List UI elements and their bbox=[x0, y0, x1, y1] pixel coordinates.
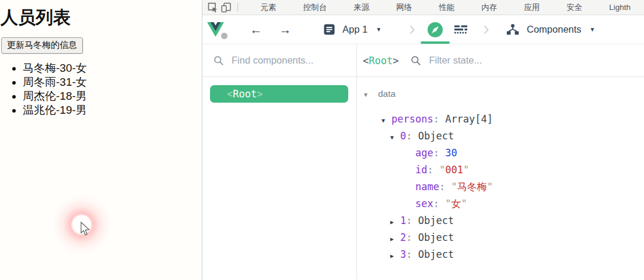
separator: : bbox=[406, 249, 418, 260]
data-section-header[interactable]: ▼data bbox=[357, 85, 644, 102]
vue-logo bbox=[207, 22, 225, 37]
update-person-button[interactable]: 更新马冬梅的信息 bbox=[1, 37, 83, 54]
state-key: persons bbox=[391, 113, 433, 125]
component-root-node[interactable]: <Root> bbox=[210, 85, 348, 103]
quote: " bbox=[451, 181, 457, 192]
quote: " bbox=[461, 198, 467, 209]
state-row-age[interactable]: age: 30 bbox=[357, 145, 644, 162]
state-pane: ▼data ▼persons: Array[4]▼0: Objectage: 3… bbox=[357, 77, 644, 279]
state-value: Array[4] bbox=[445, 113, 493, 125]
expander-expand-icon[interactable]: ▶ bbox=[390, 214, 398, 230]
compass-icon bbox=[428, 22, 443, 37]
device-toolbar-icon[interactable] bbox=[219, 1, 232, 15]
state-row-persons[interactable]: ▼persons: Array[4] bbox=[357, 111, 644, 128]
state-key: sex bbox=[415, 198, 433, 209]
state-key: 1 bbox=[400, 215, 406, 226]
devtools-tab-1[interactable]: 控制台 bbox=[290, 0, 341, 15]
bracket: < bbox=[227, 88, 233, 100]
state-row-0[interactable]: ▼0: Object bbox=[357, 128, 644, 145]
component-tree-pane: <Root> bbox=[202, 77, 357, 279]
components-search bbox=[202, 44, 357, 76]
devtools-tab-7[interactable]: 安全 bbox=[553, 0, 596, 15]
state-row-name[interactable]: name: "马冬梅" bbox=[357, 178, 644, 195]
search-row: <Root> bbox=[202, 44, 644, 77]
devtools-tab-6[interactable]: 应用 bbox=[510, 0, 553, 15]
state-filter-bar: <Root> bbox=[357, 44, 644, 76]
person-list-item: 温兆伦-19-男 bbox=[23, 103, 202, 117]
devtools-tab-8[interactable]: Lighth bbox=[596, 0, 644, 15]
timeline-icon bbox=[454, 25, 467, 34]
person-list: 马冬梅-30-女周冬雨-31-女周杰伦-18-男温兆伦-19-男 bbox=[0, 61, 202, 117]
state-key: 0 bbox=[400, 130, 406, 142]
inspector-content: <Root> ▼data ▼persons: Array[4]▼0: Objec… bbox=[202, 77, 644, 279]
quote: " bbox=[445, 198, 451, 209]
devtools-tab-5[interactable]: 内存 bbox=[468, 0, 510, 15]
state-key: id bbox=[415, 164, 427, 176]
quote: " bbox=[463, 164, 469, 176]
person-list-item: 周冬雨-31-女 bbox=[23, 75, 202, 89]
app-document-icon bbox=[324, 24, 335, 35]
separator bbox=[237, 3, 238, 12]
quote: " bbox=[439, 164, 445, 176]
inspector-selector[interactable]: Components ▼ bbox=[506, 24, 595, 35]
state-row-2[interactable]: ▶2: Object bbox=[357, 229, 644, 246]
state-value: 女 bbox=[451, 198, 461, 209]
chevron-down-icon: ▼ bbox=[376, 26, 382, 33]
back-arrow-button[interactable]: ← bbox=[249, 23, 263, 37]
app-page: 人员列表 更新马冬梅的信息 马冬梅-30-女周冬雨-31-女周杰伦-18-男温兆… bbox=[0, 0, 202, 280]
bracket: > bbox=[393, 55, 398, 66]
devtools-tab-0[interactable]: 元素 bbox=[247, 0, 290, 15]
state-key: 2 bbox=[400, 232, 406, 243]
state-row-1[interactable]: ▶1: Object bbox=[357, 212, 644, 229]
expander-collapse-icon[interactable]: ▼ bbox=[390, 129, 398, 146]
vue-status-badge bbox=[221, 33, 228, 39]
search-icon bbox=[411, 55, 421, 66]
data-section-label: data bbox=[378, 89, 396, 99]
app-selector-label: App 1 bbox=[342, 24, 368, 35]
vue-devtools-toolbar: ← → App 1 ▼ bbox=[202, 15, 644, 44]
state-key: 3 bbox=[400, 249, 406, 260]
forward-arrow-button[interactable]: → bbox=[278, 23, 292, 37]
devtools-tab-4[interactable]: 性能 bbox=[425, 0, 468, 15]
page-title: 人员列表 bbox=[1, 7, 202, 28]
bracket: < bbox=[363, 55, 369, 66]
state-value: Object bbox=[418, 215, 454, 226]
timeline-tab[interactable] bbox=[454, 15, 467, 44]
state-row-sex[interactable]: sex: "女" bbox=[357, 195, 644, 212]
state-row-3[interactable]: ▶3: Object bbox=[357, 246, 644, 263]
separator: : bbox=[406, 215, 418, 226]
state-value: Object bbox=[418, 249, 454, 260]
components-hierarchy-icon bbox=[506, 24, 519, 35]
search-icon bbox=[214, 55, 224, 66]
state-value: Object bbox=[418, 130, 454, 142]
separator: : bbox=[406, 232, 418, 243]
devtools-tab-2[interactable]: 来源 bbox=[340, 0, 383, 15]
separator: : bbox=[433, 113, 445, 125]
inspector-selector-label: Components bbox=[527, 24, 582, 35]
breadcrumb-root[interactable]: <Root> bbox=[363, 55, 398, 66]
quote: " bbox=[487, 181, 493, 192]
mouse-cursor bbox=[80, 222, 91, 236]
state-value: 001 bbox=[445, 164, 463, 176]
expander-collapse-icon[interactable]: ▼ bbox=[382, 112, 390, 129]
expander-expand-icon[interactable]: ▶ bbox=[390, 230, 398, 247]
bracket: > bbox=[257, 88, 262, 100]
breadcrumb-chevron-icon bbox=[484, 25, 489, 34]
separator: : bbox=[439, 181, 451, 192]
chevron-down-icon: ▼ bbox=[363, 86, 372, 103]
expander-expand-icon[interactable]: ▶ bbox=[390, 247, 398, 264]
devtools-tab-3[interactable]: 网络 bbox=[383, 0, 425, 15]
state-value: 30 bbox=[445, 147, 457, 159]
app-selector[interactable]: App 1 ▼ bbox=[324, 24, 382, 35]
devtools-tab-bar: 元素控制台来源网络性能内存应用安全Lighth bbox=[202, 0, 644, 15]
state-key: age bbox=[415, 147, 433, 159]
inspector-tab[interactable] bbox=[428, 15, 443, 44]
separator: : bbox=[427, 164, 439, 176]
filter-state-input[interactable] bbox=[428, 54, 644, 66]
separator: : bbox=[433, 198, 445, 209]
find-components-input[interactable] bbox=[230, 54, 356, 66]
separator: : bbox=[433, 147, 445, 159]
inspect-element-icon[interactable] bbox=[206, 1, 219, 15]
state-row-id[interactable]: id: "001" bbox=[357, 162, 644, 178]
person-list-item: 马冬梅-30-女 bbox=[23, 61, 202, 75]
